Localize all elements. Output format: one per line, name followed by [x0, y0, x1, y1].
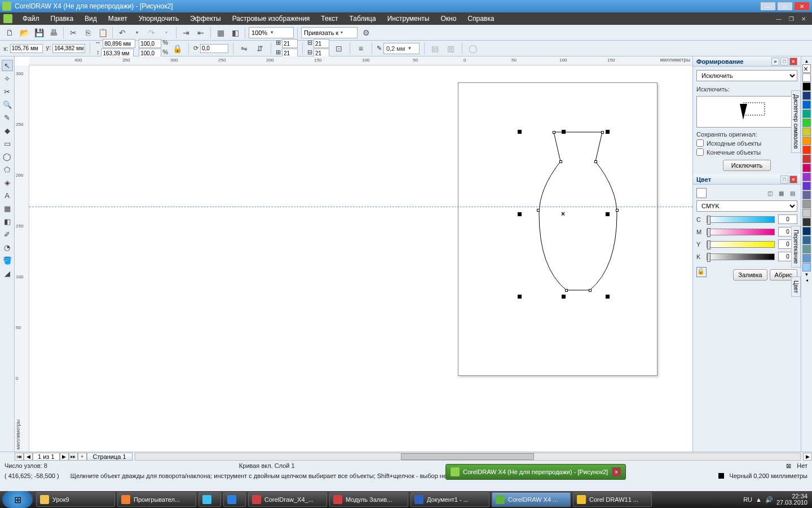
scroll-right-button[interactable]: ▶: [803, 453, 812, 461]
selection-handle-sw[interactable]: [518, 295, 522, 299]
color-palette-button[interactable]: ▤: [787, 188, 797, 198]
ruler-vertical[interactable]: 300 250 200 150 100 50 0 миллиметры: [15, 65, 29, 452]
selection-handle-n[interactable]: [562, 130, 566, 134]
snap-combo[interactable]: Привязать к ▾: [301, 27, 358, 38]
color-blend-button[interactable]: ◫: [765, 188, 775, 198]
lock-ratio-button[interactable]: 🔒: [171, 42, 184, 55]
taskbar-button[interactable]: Corel DRAW11 ...: [573, 492, 652, 507]
rotation-input[interactable]: [200, 44, 228, 53]
color-swatch[interactable]: [802, 146, 811, 154]
scrollbar-thumb[interactable]: [401, 453, 534, 460]
node-handle[interactable]: [601, 131, 604, 134]
y-input[interactable]: [52, 44, 85, 53]
basic-shapes-tool[interactable]: ◈: [2, 177, 13, 188]
menu-tools[interactable]: Инструменты: [382, 13, 435, 24]
side-tab-color[interactable]: Цвет: [791, 277, 801, 297]
side-tab-blend[interactable]: Перетекание: [791, 226, 801, 268]
open-button[interactable]: 📂: [18, 27, 30, 39]
shaping-docker-title[interactable]: Формирование » □ ×: [693, 56, 801, 67]
crop-tool[interactable]: ✂: [2, 86, 13, 97]
docker-close-button[interactable]: ×: [789, 176, 797, 183]
menu-window[interactable]: Окно: [435, 13, 462, 24]
ellipse-tool[interactable]: ◯: [2, 151, 13, 162]
mirror-h-button[interactable]: ⇋: [238, 42, 250, 55]
slider-thumb[interactable]: [707, 228, 710, 237]
docker-undock-button[interactable]: □: [780, 58, 788, 65]
smart-fill-tool[interactable]: ◆: [2, 125, 13, 136]
selection-handle-se[interactable]: [606, 295, 610, 299]
zoom-combo[interactable]: 100% ▼: [249, 27, 294, 38]
node-handle[interactable]: [565, 289, 568, 292]
node-handle[interactable]: [594, 160, 597, 163]
keep-source-checkbox[interactable]: Исходные объекты: [696, 139, 797, 147]
lock-icon[interactable]: 🔒: [696, 267, 707, 277]
cut-button[interactable]: ✂: [67, 27, 80, 39]
color-swatch[interactable]: [802, 128, 811, 136]
toast-close-button[interactable]: ×: [612, 467, 621, 476]
last-page-button[interactable]: ⏭: [69, 453, 78, 461]
color-swatch[interactable]: [802, 110, 811, 118]
menu-table[interactable]: Таблица: [344, 13, 382, 24]
convert-button[interactable]: ◯: [467, 42, 479, 55]
fill-button[interactable]: Заливка: [733, 269, 767, 281]
color-swatch[interactable]: [802, 245, 811, 253]
nudge-x-input[interactable]: [314, 39, 329, 48]
docker-collapse-button[interactable]: »: [771, 58, 779, 65]
import-button[interactable]: ⇥: [180, 27, 192, 39]
paste-button[interactable]: 📋: [96, 27, 109, 39]
taskbar-button[interactable]: Урок9: [36, 492, 115, 507]
menu-edit[interactable]: Правка: [45, 13, 80, 24]
drawing-canvas[interactable]: ×: [29, 65, 692, 452]
selection-handle-e[interactable]: [606, 212, 610, 216]
color-slider[interactable]: [707, 216, 775, 223]
tray-icon[interactable]: 🔊: [765, 496, 773, 503]
node-handle[interactable]: [553, 131, 555, 134]
color-swatch[interactable]: [802, 137, 811, 145]
freehand-tool[interactable]: ✎: [2, 112, 13, 123]
table-tool[interactable]: ▦: [2, 203, 13, 214]
menu-help[interactable]: Справка: [462, 13, 500, 24]
mirror-v-button[interactable]: ⇵: [254, 42, 266, 55]
selection-handle-w[interactable]: [518, 212, 522, 216]
menu-layout[interactable]: Макет: [103, 13, 133, 24]
export-button[interactable]: ⇤: [195, 27, 207, 39]
dup-x-input[interactable]: [282, 39, 298, 48]
channel-value[interactable]: [778, 214, 797, 224]
prev-page-button[interactable]: ◀: [24, 453, 33, 461]
outline-width-combo[interactable]: 0,2 мм▼: [383, 43, 420, 54]
color-swatch[interactable]: [802, 164, 811, 172]
first-page-button[interactable]: ⏮: [15, 453, 24, 461]
menu-bitmaps[interactable]: Растровые изображения: [227, 13, 316, 24]
notification-toast[interactable]: CorelDRAW X4 (Не для перепродажи) - [Рис…: [445, 464, 626, 480]
app-launcher-button[interactable]: ▦: [214, 27, 227, 39]
menu-arrange[interactable]: Упорядочить: [133, 13, 184, 24]
color-slider[interactable]: [707, 241, 775, 248]
center-marker[interactable]: ×: [561, 210, 565, 218]
docker-undock-button[interactable]: □: [780, 176, 788, 183]
taskbar-button[interactable]: Модуль Залив...: [329, 492, 408, 507]
redo-button[interactable]: ↷: [145, 27, 158, 39]
mdi-close-button[interactable]: ✕: [798, 15, 809, 23]
selection-handle-s[interactable]: [562, 295, 566, 299]
color-swatch[interactable]: [802, 100, 811, 109]
interactive-fill-tool[interactable]: ◢: [2, 268, 13, 279]
no-fill-swatch[interactable]: ×: [802, 64, 811, 73]
width-input[interactable]: [103, 39, 135, 48]
tray-lang[interactable]: RU: [743, 496, 752, 503]
color-docker-title[interactable]: Цвет □ ×: [693, 174, 801, 185]
slider-thumb[interactable]: [707, 240, 710, 249]
color-swatch[interactable]: [802, 173, 811, 181]
mdi-restore-button[interactable]: ❐: [786, 15, 796, 23]
selection-handle-ne[interactable]: [606, 130, 610, 134]
eyedropper-tool[interactable]: ✐: [2, 229, 13, 240]
options-button[interactable]: ⚙: [360, 27, 372, 39]
color-swatch[interactable]: [802, 155, 811, 163]
horizontal-scrollbar[interactable]: [135, 453, 801, 461]
color-slider[interactable]: [707, 229, 775, 235]
color-swatch[interactable]: [802, 182, 811, 190]
tray-clock[interactable]: 22:34 27.03.2010: [776, 493, 807, 506]
outline-tool[interactable]: ◔: [2, 242, 13, 253]
selection-handle-nw[interactable]: [518, 130, 522, 134]
color-swatch[interactable]: [802, 73, 811, 82]
minimize-button[interactable]: —: [760, 2, 776, 11]
